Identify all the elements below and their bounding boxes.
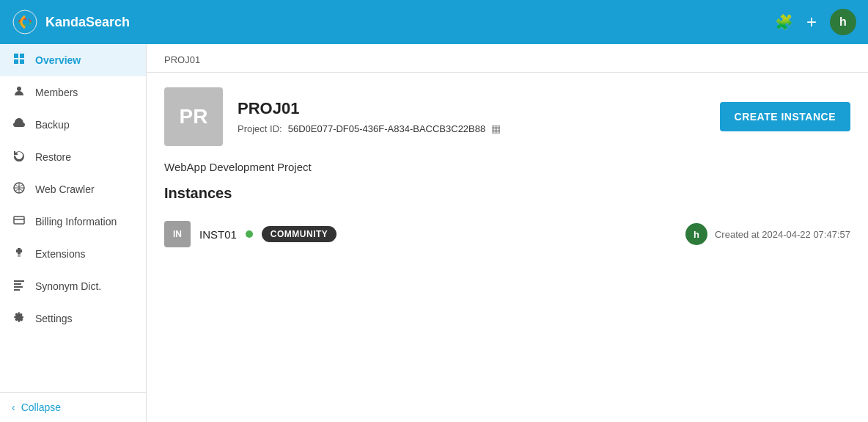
copy-icon[interactable]: ▦ [491,123,501,134]
sidebar-collapse[interactable]: ‹ Collapse [0,392,146,422]
status-dot [246,230,253,238]
svg-rect-3 [14,59,18,64]
instance-name: INST01 [199,228,237,241]
sidebar-item-overview[interactable]: Overview [0,44,146,76]
sidebar-item-billing[interactable]: Billing Information [0,205,146,238]
user-avatar[interactable]: h [830,9,856,35]
main-content: PROJ01 PR PROJ01 Project ID: 56D0E077-DF… [147,44,868,422]
sidebar-label-backup: Backup [35,119,70,131]
svg-rect-7 [14,217,24,224]
instance-right: h Created at 2024-04-22 07:47:57 [685,223,850,245]
sidebar-label-overview: Overview [35,54,81,66]
settings-icon [12,311,26,326]
sidebar-label-webcrawler: Web Crawler [35,183,95,195]
project-avatar: PR [164,87,223,146]
members-icon [12,85,26,100]
create-instance-button[interactable]: CREATE INSTANCE [720,102,850,131]
project-id-row: Project ID: 56D0E077-DF05-436F-A834-BACC… [238,123,705,134]
body-container: Overview Members Backup Restore Web Craw… [0,44,868,422]
svg-point-5 [17,87,21,91]
collapse-chevron-icon: ‹ [12,401,15,413]
instances-title: Instances [164,185,850,202]
kandasearch-logo [12,9,38,35]
instance-badge: IN [164,221,191,247]
svg-point-0 [13,10,37,34]
project-id-label: Project ID: [238,123,282,134]
sidebar-label-billing: Billing Information [35,216,117,228]
header-logo-area: KandaSearch [12,9,130,35]
svg-rect-2 [20,54,24,58]
project-info: PROJ01 Project ID: 56D0E077-DF05-436F-A8… [238,99,705,134]
svg-rect-1 [14,54,18,58]
instance-creator-avatar: h [685,223,707,245]
svg-rect-9 [14,283,21,285]
sidebar-item-synonym[interactable]: Synonym Dict. [0,270,146,302]
content-area: PR PROJ01 Project ID: 56D0E077-DF05-436F… [147,73,868,269]
synonym-icon [12,279,26,294]
puzzle-icon[interactable]: 🧩 [775,13,793,31]
breadcrumb: PROJ01 [164,54,200,65]
plus-icon[interactable]: + [806,12,817,32]
svg-rect-8 [14,280,24,282]
extensions-icon [12,247,26,261]
project-header: PR PROJ01 Project ID: 56D0E077-DF05-436F… [164,87,850,146]
breadcrumb-bar: PROJ01 [147,44,868,73]
svg-rect-11 [14,289,20,291]
sidebar-item-settings[interactable]: Settings [0,302,146,335]
svg-rect-4 [20,59,24,64]
sidebar-item-backup[interactable]: Backup [0,109,146,141]
community-tag: COMMUNITY [262,226,337,242]
backup-icon [12,117,26,132]
sidebar-label-extensions: Extensions [35,248,85,260]
sidebar-item-members[interactable]: Members [0,76,146,109]
collapse-label: Collapse [21,401,61,413]
sidebar-label-restore: Restore [35,151,71,163]
sidebar-label-members: Members [35,87,78,98]
sidebar-label-synonym: Synonym Dict. [35,280,101,292]
project-description: WebApp Development Project [164,161,850,173]
webcrawler-icon [12,182,26,197]
header-actions: 🧩 + h [775,9,856,35]
sidebar-item-extensions[interactable]: Extensions [0,238,146,270]
instance-row: IN INST01 COMMUNITY h Created at 2024-04… [164,214,850,255]
project-id-value: 56D0E077-DF05-436F-A834-BACCB3C22B88 [288,123,486,134]
sidebar-label-settings: Settings [35,313,73,324]
svg-rect-10 [14,286,23,288]
project-name: PROJ01 [238,99,705,118]
created-text: Created at 2024-04-22 07:47:57 [715,229,850,240]
logo-text: KandaSearch [45,15,130,30]
sidebar-item-restore[interactable]: Restore [0,141,146,173]
restore-icon [12,150,26,164]
billing-icon [12,214,26,229]
overview-icon [12,53,26,68]
sidebar: Overview Members Backup Restore Web Craw… [0,44,147,422]
app-header: KandaSearch 🧩 + h [0,0,868,44]
sidebar-item-webcrawler[interactable]: Web Crawler [0,173,146,205]
